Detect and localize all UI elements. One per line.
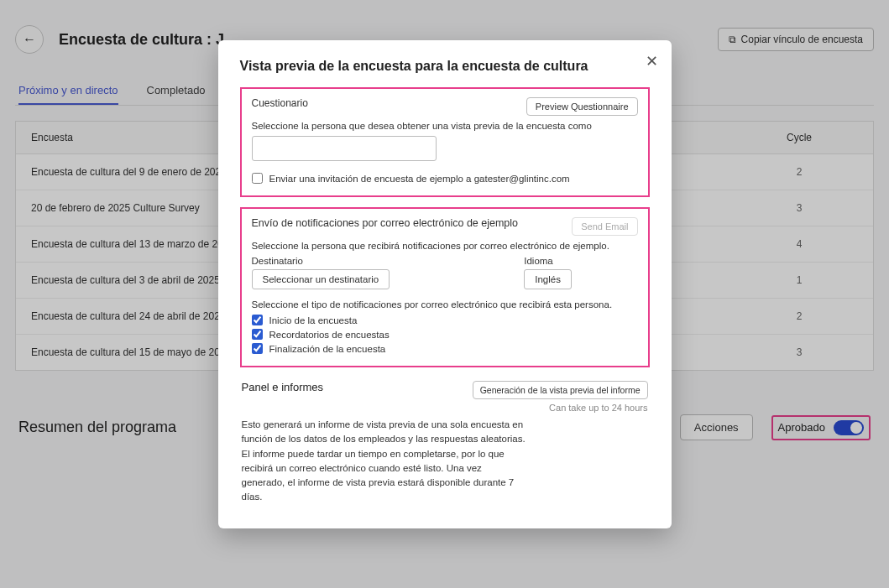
- email-instruction: Seleccione la persona que recibirá notif…: [252, 241, 638, 251]
- recipient-label: Destinatario: [252, 256, 390, 266]
- language-block: Idioma Inglés: [524, 256, 572, 289]
- sample-invite-checkbox[interactable]: [252, 173, 263, 184]
- panel-description: Esto generará un informe de vista previa…: [242, 418, 527, 505]
- survey-preview-modal: ✕ Vista previa de la encuesta para la en…: [218, 40, 672, 528]
- panel-title: Panel e informes: [242, 381, 324, 393]
- send-email-button[interactable]: Send Email: [572, 217, 637, 236]
- questionnaire-section: Cuestionario Preview Questionnaire Selec…: [240, 87, 650, 197]
- panel-reports-section: Panel e informes Generación de la vista …: [240, 379, 650, 507]
- sample-invite-row[interactable]: Enviar una invitación de encuesta de eje…: [252, 173, 638, 184]
- recipient-language-row: Destinatario Seleccionar un destinatario…: [252, 256, 638, 289]
- chk-survey-reminder-label: Recordatorios de encuestas: [269, 330, 390, 340]
- questionnaire-instruction: Seleccione la persona que desea obtener …: [252, 121, 638, 131]
- language-label: Idioma: [524, 256, 572, 266]
- questionnaire-head: Cuestionario Preview Questionnaire: [252, 97, 638, 116]
- chk-survey-end[interactable]: [252, 343, 263, 354]
- sample-invite-label: Enviar una invitación de encuesta de eje…: [269, 174, 570, 184]
- chk-survey-end-label: Finalización de la encuesta: [269, 344, 386, 354]
- chk-survey-reminder[interactable]: [252, 329, 263, 340]
- report-note: Can take up to 24 hours: [473, 403, 648, 413]
- panel-head: Panel e informes Generación de la vista …: [242, 381, 648, 413]
- email-heading: Envío de notificaciones por correo elect…: [252, 217, 519, 229]
- email-notifications-section: Envío de notificaciones por correo elect…: [240, 207, 650, 367]
- modal-title: Vista previa de la encuesta para la encu…: [240, 59, 650, 74]
- questionnaire-label: Cuestionario: [252, 97, 308, 109]
- preview-questionnaire-button[interactable]: Preview Questionnaire: [526, 97, 638, 116]
- select-language-button[interactable]: Inglés: [524, 269, 572, 289]
- chk-survey-reminder-row[interactable]: Recordatorios de encuestas: [252, 329, 638, 340]
- chk-survey-start[interactable]: [252, 315, 263, 325]
- close-icon: ✕: [646, 53, 658, 70]
- chk-survey-start-label: Inicio de la encuesta: [269, 315, 358, 325]
- generate-report-preview-button[interactable]: Generación de la vista previa del inform…: [473, 381, 648, 399]
- recipient-block: Destinatario Seleccionar un destinatario: [252, 256, 390, 289]
- chk-survey-end-row[interactable]: Finalización de la encuesta: [252, 343, 638, 354]
- email-head: Envío de notificaciones por correo elect…: [252, 217, 638, 236]
- select-recipient-button[interactable]: Seleccionar un destinatario: [252, 269, 390, 289]
- notification-type-prompt: Seleccione el tipo de notificaciones por…: [252, 299, 638, 310]
- modal-close-button[interactable]: ✕: [646, 52, 658, 70]
- preview-as-person-input[interactable]: [252, 136, 437, 161]
- chk-survey-start-row[interactable]: Inicio de la encuesta: [252, 315, 638, 325]
